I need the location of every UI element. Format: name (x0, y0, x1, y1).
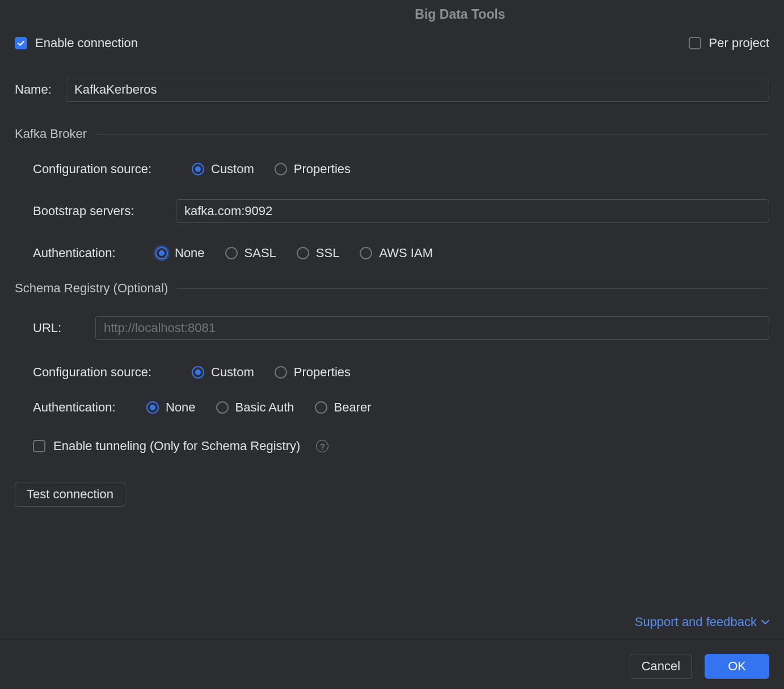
name-row: Name: (15, 78, 769, 102)
sr-config-source-label: Configuration source: (33, 365, 192, 380)
radio-icon (225, 247, 238, 259)
enable-connection-checkbox-row[interactable]: Enable connection (15, 36, 138, 51)
radio-label: Custom (211, 365, 254, 380)
support-feedback-label: Support and feedback (635, 615, 757, 629)
kb-auth-none[interactable]: None (155, 246, 205, 261)
enable-connection-checkbox[interactable] (15, 37, 27, 49)
enable-connection-label: Enable connection (35, 36, 138, 51)
sr-config-source-custom[interactable]: Custom (192, 365, 254, 380)
radio-icon (192, 366, 204, 379)
sr-config-source-properties[interactable]: Properties (275, 365, 351, 380)
radio-label: None (175, 246, 205, 261)
kb-auth-sasl[interactable]: SASL (225, 246, 276, 261)
sr-auth-basic[interactable]: Basic Auth (216, 400, 294, 415)
schema-registry-section: Schema Registry (Optional) URL: Configur… (15, 281, 769, 470)
radio-label: AWS IAM (379, 246, 433, 261)
per-project-label: Per project (709, 36, 769, 51)
name-label: Name: (15, 82, 66, 97)
radio-label: Custom (211, 162, 254, 177)
kb-bootstrap-input[interactable] (176, 199, 769, 223)
sr-tunneling-checkbox[interactable] (33, 440, 45, 452)
section-divider (177, 288, 769, 289)
checkmark-icon (16, 39, 26, 48)
radio-label: SSL (316, 246, 340, 261)
help-icon[interactable]: ? (316, 440, 328, 452)
ok-button[interactable]: OK (705, 654, 769, 679)
radio-icon (275, 163, 287, 175)
section-divider (96, 134, 769, 135)
radio-icon (315, 401, 327, 414)
radio-icon (155, 247, 168, 259)
schema-registry-title: Schema Registry (Optional) (15, 281, 168, 296)
kb-config-source-custom[interactable]: Custom (192, 162, 254, 177)
sr-url-label: URL: (33, 321, 95, 335)
kb-bootstrap-label: Bootstrap servers: (33, 204, 176, 219)
radio-label: Bearer (334, 400, 372, 415)
radio-icon (360, 247, 372, 259)
sr-auth-group: None Basic Auth Bearer (146, 400, 372, 415)
sr-auth-none[interactable]: None (146, 400, 196, 415)
cancel-button[interactable]: Cancel (630, 654, 692, 679)
per-project-checkbox[interactable] (689, 37, 701, 49)
radio-icon (146, 401, 159, 414)
kafka-broker-title: Kafka Broker (15, 127, 87, 141)
kb-auth-ssl[interactable]: SSL (297, 246, 340, 261)
radio-icon (192, 163, 204, 175)
sr-url-input[interactable] (95, 316, 769, 340)
per-project-checkbox-row[interactable]: Per project (689, 36, 769, 51)
footer-buttons: Cancel OK (15, 640, 769, 689)
sr-auth-label: Authentication: (33, 400, 146, 415)
test-connection-button[interactable]: Test connection (15, 482, 125, 507)
kafka-broker-section: Kafka Broker Configuration source: Custo… (15, 127, 769, 261)
radio-label: SASL (245, 246, 276, 261)
radio-label: Properties (294, 365, 351, 380)
top-options-row: Enable connection Per project (15, 36, 769, 51)
radio-icon (297, 247, 309, 259)
kb-config-source-label: Configuration source: (33, 162, 192, 177)
sr-config-source-group: Custom Properties (192, 365, 351, 380)
kb-auth-aws-iam[interactable]: AWS IAM (360, 246, 433, 261)
sr-tunneling-label: Enable tunneling (Only for Schema Regist… (53, 439, 300, 453)
radio-label: Properties (294, 162, 351, 177)
kb-config-source-properties[interactable]: Properties (275, 162, 351, 177)
support-feedback-link[interactable]: Support and feedback (635, 615, 769, 629)
radio-icon (216, 401, 229, 414)
kb-config-source-group: Custom Properties (192, 162, 351, 177)
radio-label: None (166, 400, 196, 415)
kb-auth-label: Authentication: (33, 246, 155, 261)
radio-icon (275, 366, 287, 379)
chevron-down-icon (761, 619, 769, 625)
sr-auth-bearer[interactable]: Bearer (315, 400, 372, 415)
page-title: Big Data Tools (151, 0, 769, 36)
sr-tunneling-row[interactable]: Enable tunneling (Only for Schema Regist… (33, 439, 769, 453)
name-input[interactable] (66, 78, 769, 102)
radio-label: Basic Auth (235, 400, 294, 415)
kb-auth-group: None SASL SSL AWS IAM (155, 246, 433, 261)
